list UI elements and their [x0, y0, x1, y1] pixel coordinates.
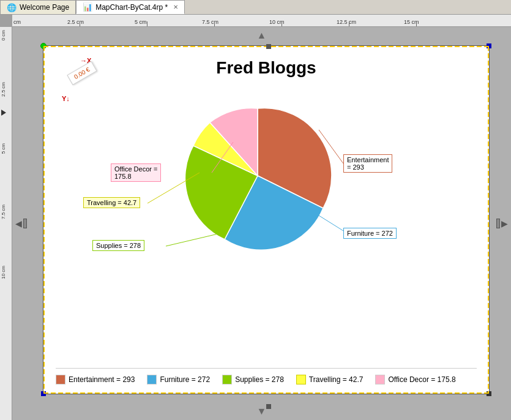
ruler-label-5: 5 cm — [135, 19, 147, 25]
tab-welcome-label: Welcome Page — [20, 3, 69, 12]
handle-bottom-center[interactable] — [266, 404, 271, 409]
ruler-top: cm 2.5 cm 5 cm 7.5 cm 10 cm 12.5 cm 15 c… — [12, 15, 511, 27]
ruler-label-7-5: 7.5 cm — [202, 19, 218, 25]
legend-label-furniture: Furniture = 272 — [160, 375, 210, 384]
label-supplies: Supplies = 278 — [92, 240, 144, 251]
legend-label-entertainment: Entertainment = 293 — [69, 375, 135, 384]
scroll-right-handle[interactable] — [496, 219, 500, 228]
label-furniture: Furniture = 272 — [343, 228, 397, 239]
legend-item-furniture: Furniture = 272 — [147, 375, 210, 384]
tab-close-icon[interactable]: ✕ — [173, 4, 178, 10]
main-area: cm 2.5 cm 5 cm 7.5 cm 10 cm 12.5 cm 15 c… — [0, 15, 511, 420]
legend-label-office-decor: Office Decor = 175.8 — [388, 375, 455, 384]
legend-label-supplies: Supplies = 278 — [235, 375, 284, 384]
legend-color-travelling — [296, 375, 306, 384]
label-travelling: Travelling = 42.7 — [83, 197, 140, 208]
scroll-right-arrow[interactable]: ▶ — [501, 219, 508, 228]
ruler-left-2-5: 2.5 cm — [1, 82, 6, 97]
chart-title: Fred Bloggs — [43, 46, 489, 84]
ruler-left-7-5: 7.5 cm — [1, 204, 6, 219]
pie-chart — [166, 90, 349, 261]
legend: Entertainment = 293 Furniture = 272 Supp… — [56, 368, 477, 384]
legend-label-travelling: Travelling = 42.7 — [309, 375, 364, 384]
tab-welcome[interactable]: 🌐 Welcome Page — [0, 0, 76, 14]
scroll-left-arrow[interactable]: ◀ — [15, 219, 22, 228]
tab-mapchart[interactable]: 📊 MapChart-ByCat.4rp * ✕ — [76, 0, 185, 14]
legend-color-office-decor — [375, 375, 385, 384]
chart-body: Entertainment= 293 Furniture = 272 Suppl… — [43, 84, 489, 341]
scroll-right-controls: ▶ — [496, 219, 508, 228]
ruler-left: 0 cm 2.5 cm 5 cm 7.5 cm 10 cm — [0, 27, 12, 420]
scroll-up-arrow[interactable]: ▲ — [257, 30, 267, 41]
legend-item-travelling: Travelling = 42.7 — [296, 375, 364, 384]
legend-item-office-decor: Office Decor = 175.8 — [375, 375, 455, 384]
scroll-left-controls: ◀ — [15, 219, 27, 228]
legend-item-entertainment: Entertainment = 293 — [56, 375, 135, 384]
ruler-left-5: 5 cm — [1, 143, 6, 154]
scroll-left-handle[interactable] — [23, 219, 27, 228]
ruler-left-0: 0 cm — [1, 30, 6, 40]
ruler-label-12-5: 12.5 cm — [337, 19, 356, 25]
label-office-decor: Office Decor =175.8 — [111, 163, 161, 182]
globe-icon: 🌐 — [7, 3, 17, 12]
legend-item-supplies: Supplies = 278 — [222, 375, 284, 384]
legend-color-supplies — [222, 375, 232, 384]
ruler-label-cm: cm — [13, 19, 21, 25]
tab-bar: 🌐 Welcome Page 📊 MapChart-ByCat.4rp * ✕ — [0, 0, 511, 15]
label-entertainment: Entertainment= 293 — [343, 154, 392, 173]
canvas-area: ▲ →X Y↓ 0.00 € Fre — [12, 27, 511, 420]
legend-color-furniture — [147, 375, 157, 384]
tab-mapchart-label: MapChart-ByCat.4rp * — [95, 3, 168, 12]
ruler-label-2-5: 2.5 cm — [67, 19, 84, 25]
chart-icon: 📊 — [83, 2, 92, 12]
page: →X Y↓ 0.00 € Fred Bloggs — [43, 45, 490, 394]
ruler-left-10: 10 cm — [1, 266, 6, 279]
scroll-down-arrow[interactable]: ▼ — [257, 406, 267, 417]
legend-color-entertainment — [56, 375, 65, 384]
handle-top-center[interactable] — [266, 44, 271, 49]
